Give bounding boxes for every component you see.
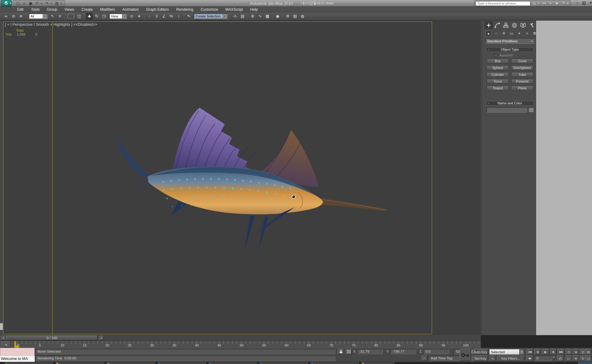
taskbar-item[interactable] (310, 362, 359, 364)
category-helpers-icon[interactable]: ⌖ (516, 30, 522, 37)
key-filters-button[interactable]: Key Filters... (497, 355, 524, 361)
category-cameras-icon[interactable]: ▭ (508, 30, 515, 37)
field-of-view-icon[interactable]: ▷ (566, 355, 572, 361)
zoom-extents-icon[interactable]: ⊡ (580, 349, 586, 355)
application-menu-button[interactable]: Ϭ▾ (1, 0, 12, 6)
bind-to-space-warp-icon[interactable]: ≋ (18, 13, 24, 20)
restore-button[interactable]: ◱ (582, 1, 586, 5)
primitive-button-sphere[interactable]: Sphere (487, 65, 509, 70)
z-coordinate-field[interactable]: 0.0 (423, 349, 449, 354)
new-scene-icon[interactable]: ▢ (15, 1, 21, 6)
object-type-rollout-header[interactable]: - Object Type (486, 47, 534, 52)
object-name-input[interactable] (487, 109, 527, 113)
taskbar-item[interactable] (259, 362, 308, 364)
set-key-button[interactable]: Set Key (473, 355, 488, 361)
go-to-end-button[interactable]: ▶▶| (558, 349, 564, 355)
primitive-button-geosphere[interactable]: GeoSphere (511, 65, 533, 70)
time-slider-handle[interactable]: 0 / 100 (6, 335, 98, 340)
rectangular-selection-region-icon[interactable] (68, 14, 74, 19)
primitive-button-box[interactable]: Box (487, 59, 509, 64)
undo-icon[interactable]: ↶ (34, 1, 40, 6)
edit-named-selection-sets-icon[interactable]: ✎ (185, 13, 192, 20)
key-mode-dropdown[interactable]: Selected ▾ (489, 349, 524, 355)
tab-hierarchy[interactable] (502, 21, 510, 29)
percent-snap-icon[interactable]: % (168, 13, 175, 20)
tab-motion[interactable] (510, 21, 519, 29)
align-icon[interactable]: ▤ (239, 13, 246, 20)
reference-coordinate-system-dropdown[interactable]: View ▾ (109, 14, 127, 19)
zoom-icon[interactable]: ⊙ (566, 349, 572, 355)
open-file-icon[interactable]: ▱ (21, 1, 27, 6)
render-setup-icon[interactable]: ⚙ (284, 13, 291, 20)
coord-system-caret-icon[interactable]: ▾ (122, 14, 126, 18)
taskbar-item[interactable] (56, 362, 104, 364)
category-shapes-icon[interactable]: ○ (493, 30, 499, 37)
primitive-button-torus[interactable]: Torus (487, 79, 509, 84)
tab-display[interactable] (519, 21, 527, 29)
menu-item-views[interactable]: Views (61, 7, 78, 12)
tab-utilities[interactable] (528, 21, 536, 29)
key-mode-toggle-button[interactable]: ◀▶ (526, 355, 533, 361)
project-manage-icon[interactable]: ▥ (54, 1, 60, 6)
orbit-icon[interactable]: ↻ (580, 355, 586, 361)
selection-lock-toggle[interactable] (338, 349, 344, 354)
viewport-label[interactable]: [ + I Perspective I Smooth + Highlights … (5, 22, 97, 27)
select-and-move-icon[interactable]: ✚ (86, 13, 93, 20)
selection-filter-caret-icon[interactable]: ▾ (43, 14, 47, 18)
unlink-selection-icon[interactable]: ⊘ (10, 13, 17, 20)
close-button[interactable]: × (588, 1, 592, 5)
add-time-tag-field[interactable]: Add Time Tag (429, 356, 480, 361)
taskbar-item[interactable] (361, 362, 395, 364)
perspective-viewport[interactable]: [ + I Perspective I Smooth + Highlights … (3, 21, 481, 335)
menu-item-group[interactable]: Group (43, 7, 61, 12)
play-button[interactable]: ▶ (542, 349, 549, 355)
time-configuration-icon[interactable]: ◴ (557, 355, 564, 361)
select-by-name-icon[interactable]: ≡ (56, 13, 63, 20)
primitive-button-cylinder[interactable]: Cylinder (487, 72, 509, 77)
windows-taskbar[interactable] (0, 362, 592, 364)
angle-snap-icon[interactable]: ∠ (161, 13, 167, 20)
taskbar-item[interactable] (5, 362, 53, 364)
layer-manager-icon[interactable]: ≣ (249, 13, 256, 20)
named-selection-caret-icon[interactable]: ▾ (223, 14, 227, 18)
menu-item-modifiers[interactable]: Modifiers (96, 7, 119, 12)
tab-modify[interactable] (493, 21, 501, 29)
undo-caret-icon[interactable]: ▾ (41, 2, 43, 5)
select-object-icon[interactable]: ↖ (49, 13, 56, 20)
zoom-extents-all-icon[interactable]: ⊞ (586, 349, 591, 355)
redo-caret-icon[interactable]: ▾ (51, 2, 53, 5)
search-icon[interactable]: ◎ (532, 1, 537, 6)
primitive-button-tube[interactable]: Tube (511, 72, 533, 77)
taskbar-item[interactable] (107, 362, 155, 364)
use-pivot-point-center-icon[interactable]: ⊙ (128, 13, 135, 20)
object-color-swatch[interactable] (528, 107, 534, 113)
time-slider-track[interactable]: < 0 / 100 > (0, 335, 481, 341)
go-to-start-button[interactable]: |◀◀ (526, 349, 533, 355)
favorites-star-icon[interactable]: ★ (554, 1, 559, 6)
menu-item-edit[interactable]: Edit (14, 7, 27, 12)
select-and-scale-icon[interactable]: ◳ (101, 13, 107, 20)
tab-create[interactable] (485, 21, 493, 29)
sailfish-model[interactable] (111, 84, 396, 256)
material-editor-icon[interactable]: ◉ (274, 13, 281, 20)
next-frame-button[interactable]: |▶ (550, 349, 556, 355)
object-name-field[interactable] (487, 107, 527, 113)
menu-item-tools[interactable]: Tools (27, 7, 43, 12)
help-icon[interactable]: ? (561, 1, 566, 6)
menu-item-maxscript[interactable]: MAXScript (222, 7, 247, 12)
geometry-category-dropdown[interactable]: Standard Primitives ▾ (485, 38, 534, 44)
primitive-button-plane[interactable]: Plane (511, 86, 533, 91)
help-caret-icon[interactable]: ▾ (567, 2, 569, 5)
pan-icon[interactable]: ✛ (573, 355, 579, 361)
taskbar-item[interactable] (208, 362, 257, 364)
maximize-viewport-toggle-icon[interactable]: ◲ (586, 355, 591, 361)
set-keys-button[interactable] (460, 349, 471, 361)
menu-item-help[interactable]: Help (247, 7, 262, 12)
taskbar-item[interactable] (158, 362, 206, 364)
curve-editor-icon[interactable]: ∿ (257, 13, 263, 20)
track-bar[interactable]: ∿ 51015202530354045505560657075808590951… (0, 341, 481, 348)
save-file-icon[interactable]: ▣ (28, 1, 33, 6)
auto-key-button[interactable]: Auto Key (473, 349, 488, 355)
next-frame-arrow[interactable]: > (99, 336, 104, 340)
select-and-rotate-icon[interactable]: ↻ (93, 13, 100, 20)
